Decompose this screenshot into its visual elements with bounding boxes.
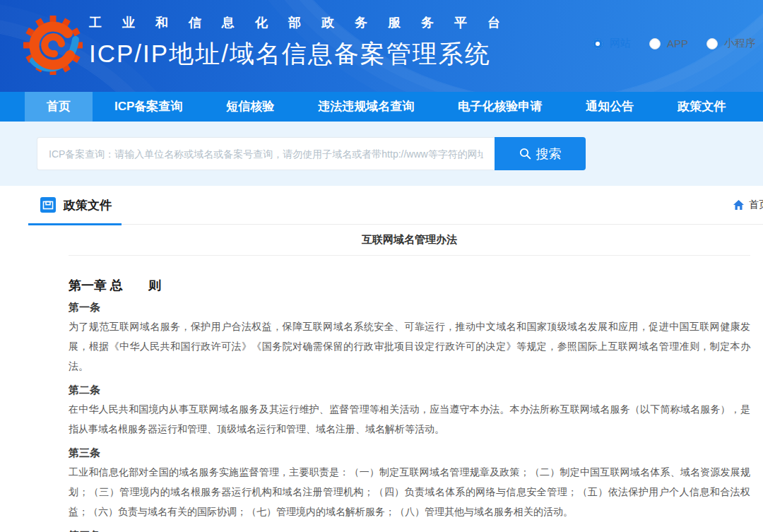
- article-heading: 第三条: [69, 447, 750, 459]
- nav-item-illegal-domain-query[interactable]: 违法违规域名查询: [296, 92, 436, 122]
- archive-box-icon: [40, 197, 56, 213]
- breadcrumb: 首页 > 政策文件: [733, 199, 763, 211]
- tab-policy-docs: 政策文件: [28, 186, 112, 224]
- section-header: 政策文件 首页 > 政策文件: [28, 186, 763, 225]
- nav-item-home[interactable]: 首页: [25, 92, 93, 122]
- search-button[interactable]: 搜索: [495, 137, 586, 170]
- document-title: 互联网域名管理办法: [69, 225, 750, 256]
- article-2: 第二条 在中华人民共和国境内从事互联网域名服务及其运行维护、监督管理等相关活动，…: [69, 384, 750, 439]
- search-bar: 搜索: [37, 137, 586, 170]
- radio-selected-icon: [592, 38, 603, 49]
- article-body: 为了规范互联网域名服务，保护用户合法权益，保障互联网域名系统安全、可靠运行，推动…: [69, 317, 750, 376]
- main-nav: 首页 ICP备案查询 短信核验 违法违规域名查询 电子化核验申请 通知公告 政策…: [0, 92, 763, 122]
- nav-item-icp-query[interactable]: ICP备案查询: [93, 92, 204, 122]
- article-heading: 第二条: [69, 384, 750, 396]
- policy-document: 互联网域名管理办法 第一章 总 则 第一条 为了规范互联网域名服务，保护用户合法…: [69, 225, 750, 532]
- miit-logo-icon: [23, 8, 83, 83]
- radio-app[interactable]: APP: [649, 37, 688, 49]
- article-body: 在中华人民共和国境内从事互联网域名服务及其运行维护、监督管理等相关活动，应当遵守…: [69, 399, 750, 439]
- system-title: ICP/IP地址/域名信息备案管理系统: [89, 37, 521, 71]
- nav-item-policy-docs[interactable]: 政策文件: [656, 92, 747, 122]
- icp-search-input[interactable]: [37, 137, 495, 170]
- radio-website[interactable]: 网站: [592, 37, 631, 50]
- search-button-label: 搜索: [536, 146, 562, 162]
- search-icon: [519, 148, 531, 160]
- search-type-group: 网站 APP 小程序 快应用: [592, 37, 763, 50]
- article-3: 第三条 工业和信息化部对全国的域名服务实施监督管理，主要职责是：（一）制定互联网…: [69, 447, 750, 521]
- breadcrumb-home[interactable]: 首页: [749, 199, 763, 211]
- section-title: 政策文件: [64, 197, 112, 213]
- article-1: 第一条 为了规范互联网域名服务，保护用户合法权益，保障互联网域名系统安全、可靠运…: [69, 302, 750, 376]
- nav-item-notices[interactable]: 通知公告: [564, 92, 656, 122]
- home-icon: [733, 200, 744, 210]
- article-heading: 第一条: [69, 302, 750, 313]
- radio-unselected-icon: [649, 38, 661, 49]
- radio-unselected-icon: [706, 38, 718, 49]
- radio-mini-program[interactable]: 小程序: [706, 37, 756, 50]
- search-strip: 搜索 网站 APP 小程序 快应用: [0, 122, 763, 186]
- article-body: 工业和信息化部对全国的域名服务实施监督管理，主要职责是：（一）制定互联网域名管理…: [69, 462, 750, 521]
- platform-title: 工业和信息化部政务服务平台: [89, 14, 521, 31]
- nav-item-sms-verify[interactable]: 短信核验: [204, 92, 296, 122]
- chapter-heading: 第一章 总 则: [69, 278, 750, 293]
- nav-item-e-verification[interactable]: 电子化核验申请: [436, 92, 564, 122]
